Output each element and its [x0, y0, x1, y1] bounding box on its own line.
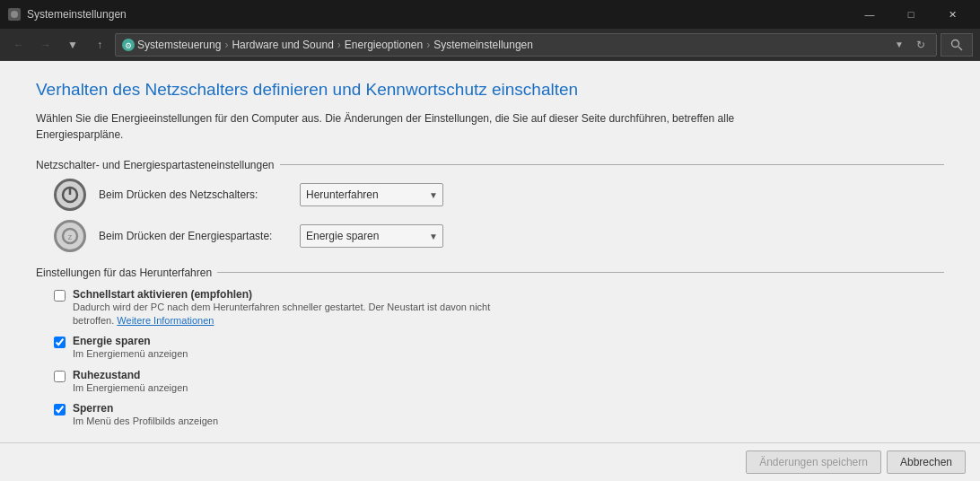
- sperren-sublabel: Im Menü des Profilbilds anzeigen: [73, 415, 218, 428]
- close-button[interactable]: ✕: [932, 0, 973, 29]
- energie-sparen-label: Energie sparen: [73, 335, 188, 347]
- recent-locations-button[interactable]: ▼: [61, 33, 84, 57]
- ruhezustand-label: Ruhezustand: [73, 369, 188, 381]
- breadcrumb-bar[interactable]: ⚙ Systemsteuerung › Hardware und Sound ›…: [115, 33, 937, 57]
- cancel-button[interactable]: Abbrechen: [887, 450, 966, 474]
- save-button[interactable]: Änderungen speichern: [746, 450, 881, 474]
- search-bar[interactable]: [941, 33, 973, 57]
- checkbox-row-sperren: Sperren Im Menü des Profilbilds anzeigen: [36, 402, 944, 428]
- back-button[interactable]: ←: [7, 33, 31, 57]
- schnellstart-checkbox[interactable]: [54, 290, 66, 302]
- minimize-button[interactable]: —: [849, 0, 890, 29]
- title-bar: Systemeinstellungen — □ ✕: [0, 0, 980, 29]
- energiespartaste-select[interactable]: Energie sparen Herunterfahren Ruhezustan…: [300, 224, 443, 248]
- checkbox-row-schnellstart: Schnellstart aktivieren (empfohlen) Dadu…: [36, 288, 944, 328]
- sperren-checkbox[interactable]: [54, 404, 66, 415]
- svg-line-5: [958, 47, 962, 50]
- setting-row-netzschalter: Beim Drücken des Netzschalters: Herunter…: [36, 179, 944, 211]
- svg-text:z: z: [68, 232, 73, 241]
- search-icon: [950, 39, 963, 51]
- energie-sparen-sublabel: Im Energiemenü anzeigen: [73, 347, 188, 361]
- sleep-button-icon: z: [54, 220, 86, 252]
- window-controls: — □ ✕: [849, 0, 973, 29]
- up-button[interactable]: ↑: [88, 33, 111, 57]
- energie-sparen-checkbox[interactable]: [54, 337, 66, 348]
- section2-header: Einstellungen für das Herunterfahren: [36, 267, 944, 279]
- sperren-label: Sperren: [73, 402, 218, 415]
- main-content: Verhalten des Netzschalters definieren u…: [0, 61, 980, 481]
- power-button-icon: [54, 179, 86, 211]
- breadcrumb-hardware-und-sound[interactable]: Hardware und Sound: [232, 39, 333, 51]
- netzschalter-dropdown-wrapper[interactable]: Herunterfahren Energie sparen Ruhezustan…: [300, 183, 443, 206]
- breadcrumb-systemsteuerung[interactable]: Systemsteuerung: [137, 39, 221, 51]
- svg-point-4: [952, 39, 959, 47]
- netzschalter-select[interactable]: Herunterfahren Energie sparen Ruhezustan…: [300, 183, 443, 206]
- netzschalter-label: Beim Drücken des Netzschalters:: [99, 188, 287, 201]
- address-bar: ← → ▼ ↑ ⚙ Systemsteuerung › Hardware und…: [0, 29, 980, 61]
- svg-point-1: [11, 11, 18, 18]
- section-shutdown-settings: Einstellungen für das Herunterfahren Sch…: [36, 267, 944, 429]
- maximize-button[interactable]: □: [890, 0, 932, 29]
- weitere-informationen-link[interactable]: Weitere Informationen: [117, 315, 214, 326]
- schnellstart-label: Schnellstart aktivieren (empfohlen): [73, 288, 490, 301]
- breadcrumb-energieoptionen[interactable]: Energieoptionen: [345, 39, 423, 51]
- ruhezustand-sublabel: Im Energiemenü anzeigen: [73, 381, 188, 395]
- energiespartaste-dropdown-wrapper[interactable]: Energie sparen Herunterfahren Ruhezustan…: [300, 224, 443, 248]
- page-description: Wählen Sie die Energieeinstellungen für …: [36, 110, 736, 143]
- page-title: Verhalten des Netzschalters definieren u…: [36, 79, 944, 101]
- checkbox-row-ruhezustand: Ruhezustand Im Energiemenü anzeigen: [36, 369, 944, 395]
- section1-header: Netzschalter- und Energiespartasteneinst…: [36, 159, 944, 171]
- breadcrumb-icon: ⚙: [121, 38, 136, 52]
- breadcrumb-systemeinstellungen: Systemeinstellungen: [433, 39, 533, 51]
- forward-button[interactable]: →: [34, 33, 57, 57]
- footer: Änderungen speichern Abbrechen: [0, 442, 980, 481]
- svg-text:⚙: ⚙: [125, 41, 132, 50]
- ruhezustand-checkbox[interactable]: [54, 371, 66, 382]
- window-icon: [7, 7, 22, 22]
- energiespartaste-label: Beim Drücken der Energiespartaste:: [99, 230, 287, 242]
- setting-row-energiespartaste: z Beim Drücken der Energiespartaste: Ene…: [36, 220, 944, 252]
- window-title: Systemeinstellungen: [27, 8, 849, 21]
- refresh-button[interactable]: ↻: [911, 35, 931, 55]
- breadcrumb-dropdown-button[interactable]: ▼: [889, 35, 909, 55]
- section-power-buttons: Netzschalter- und Energiespartasteneinst…: [36, 159, 944, 252]
- checkbox-row-energie-sparen: Energie sparen Im Energiemenü anzeigen: [36, 335, 944, 361]
- schnellstart-sublabel: Dadurch wird der PC nach dem Herunterfah…: [73, 301, 490, 328]
